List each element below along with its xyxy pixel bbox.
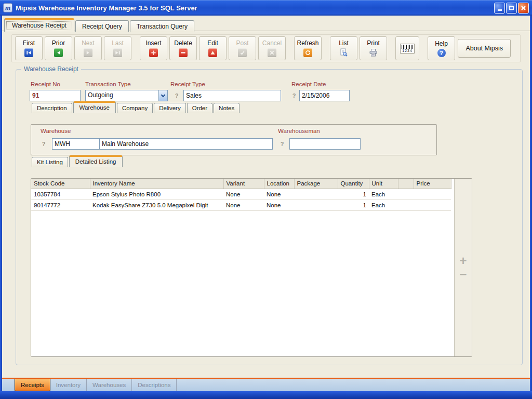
tab-warehouse[interactable]: Warehouse <box>73 101 116 113</box>
dropdown-button[interactable] <box>158 90 167 101</box>
cell-unit: Each <box>369 189 398 200</box>
about-mipsis-button[interactable]: About Mipsis <box>458 39 511 58</box>
col-stock-code[interactable]: Stock Code <box>31 179 90 189</box>
tab-description[interactable]: Description <box>32 103 72 113</box>
receipt-type-field[interactable] <box>183 90 281 101</box>
cell-variant: None <box>223 189 264 200</box>
warehouse-lookup-hint[interactable]: ? <box>41 141 47 147</box>
bottom-tab-receipts[interactable]: Receipts <box>15 379 50 391</box>
receipt-no-field[interactable] <box>30 90 81 101</box>
list-button[interactable]: List <box>330 36 357 60</box>
warehouseman-field[interactable] <box>289 138 361 150</box>
cell-location: None <box>264 200 294 210</box>
window-title: Mipsis Warehouse Inventory Manager 3.5 f… <box>16 4 494 12</box>
button-label: Post <box>236 39 248 47</box>
listing-tab-strip: Kit Listing Detailed Listing <box>32 154 123 167</box>
warehouse-label: Warehouse <box>41 128 71 134</box>
bottom-tab-warehouses[interactable]: Warehouses <box>87 379 132 391</box>
tab-notes[interactable]: Notes <box>214 103 240 113</box>
groupbox-title: Warehouse Receipt <box>21 65 81 73</box>
inventory-grid: Stock Code Inventory Name Variant Locati… <box>31 179 454 356</box>
warehouse-name-field[interactable] <box>99 138 273 150</box>
edit-button[interactable]: Edit <box>199 36 227 60</box>
print-button[interactable]: Print <box>360 36 387 60</box>
button-label: Prior <box>52 39 65 47</box>
maximize-icon <box>509 6 514 10</box>
button-label: Delete <box>174 39 192 47</box>
tab-receipt-query[interactable]: Receipt Query <box>75 20 129 32</box>
refresh-button[interactable]: Refresh <box>294 36 322 60</box>
col-price[interactable]: Price <box>414 179 451 189</box>
bottom-tab-descriptions[interactable]: Descriptions <box>132 379 177 391</box>
maximize-button[interactable] <box>506 3 517 14</box>
col-variant[interactable]: Variant <box>223 179 264 189</box>
help-icon: ? <box>437 49 446 57</box>
bottom-tab-bar: Receipts Inventory Warehouses Descriptio… <box>2 379 530 391</box>
warehouseman-lookup-hint[interactable]: ? <box>279 141 285 147</box>
window-frame-left <box>0 16 2 391</box>
warehouseman-label: Warehouseman <box>278 128 320 134</box>
delete-button[interactable]: Delete <box>169 36 197 60</box>
close-button[interactable] <box>518 3 529 14</box>
grid-row[interactable]: 10357784 Epson Stylus Photo R800 None No… <box>31 189 451 200</box>
first-button[interactable]: First <box>15 36 43 60</box>
transaction-type-label: Transaction Type <box>85 81 131 87</box>
col-package[interactable]: Package <box>294 179 338 189</box>
col-location[interactable]: Location <box>264 179 294 189</box>
next-icon <box>84 48 92 57</box>
bottom-tab-inventory[interactable]: Inventory <box>50 379 87 391</box>
cell-stock-code: 90147772 <box>31 200 90 210</box>
grid-header-row: Stock Code Inventory Name Variant Locati… <box>31 179 451 189</box>
tab-detailed-listing[interactable]: Detailed Listing <box>69 155 123 167</box>
grid-row[interactable]: 90147772 Kodak EasyShare Z730 5.0 Megapi… <box>31 200 451 210</box>
col-unit[interactable]: Unit <box>369 179 398 189</box>
button-label: Insert <box>145 39 161 47</box>
receipt-no-label: Receipt No <box>31 81 60 87</box>
tab-warehouse-receipt[interactable]: Warehouse Receipt <box>4 18 74 32</box>
delete-icon <box>179 48 188 57</box>
tab-transaction-query[interactable]: Transaction Query <box>130 20 194 32</box>
prior-icon <box>54 48 63 57</box>
cancel-button[interactable]: Cancel <box>258 36 286 60</box>
receipt-date-label: Receipt Date <box>291 81 326 87</box>
transaction-type-value: Outgoing <box>86 90 158 101</box>
tab-label: Warehouse Receipt <box>12 22 66 29</box>
barcode-button[interactable]: 1234 <box>395 36 419 60</box>
col-spacer[interactable] <box>398 179 414 189</box>
cell-stock-code: 10357784 <box>31 189 90 200</box>
barcode-number: 1234 <box>402 49 413 52</box>
list-icon <box>339 48 348 57</box>
cell-price <box>414 200 451 210</box>
tab-delivery[interactable]: Delivery <box>154 103 186 113</box>
last-button[interactable]: Last <box>104 36 131 60</box>
receipt-date-lookup-hint[interactable]: ? <box>291 92 297 99</box>
tab-kit-listing[interactable]: Kit Listing <box>32 157 68 167</box>
next-button[interactable]: Next <box>74 36 102 60</box>
detailed-listing-panel: Stock Code Inventory Name Variant Locati… <box>31 178 472 357</box>
minimize-button[interactable] <box>494 3 505 14</box>
remove-row-button[interactable]: − <box>459 269 467 280</box>
cell-package <box>294 200 338 210</box>
prior-button[interactable]: Prior <box>45 36 72 60</box>
window-frame-bottom <box>0 391 532 399</box>
receipt-date-field[interactable] <box>299 90 350 101</box>
col-inventory-name[interactable]: Inventory Name <box>90 179 223 189</box>
button-label: Cancel <box>262 39 282 47</box>
transaction-type-select[interactable]: Outgoing <box>85 90 168 101</box>
warehouse-code-field[interactable] <box>52 138 100 150</box>
receipt-type-lookup-hint[interactable]: ? <box>174 92 180 99</box>
col-quantity[interactable]: Quantity <box>338 179 369 189</box>
post-button[interactable]: Post <box>229 36 256 60</box>
minimize-icon <box>498 9 502 11</box>
add-row-button[interactable]: + <box>459 256 467 266</box>
tab-company[interactable]: Company <box>117 103 153 113</box>
insert-button[interactable]: Insert <box>140 36 167 60</box>
button-label: Help <box>435 40 448 47</box>
help-button[interactable]: Help ? <box>428 36 455 60</box>
tab-label: Receipt Query <box>82 23 122 30</box>
button-label: Print <box>367 39 380 47</box>
cell-unit: Each <box>369 200 398 210</box>
tab-order[interactable]: Order <box>187 103 212 113</box>
app-window: m Mipsis Warehouse Inventory Manager 3.5… <box>0 0 532 399</box>
cell-inventory-name: Epson Stylus Photo R800 <box>90 189 223 200</box>
